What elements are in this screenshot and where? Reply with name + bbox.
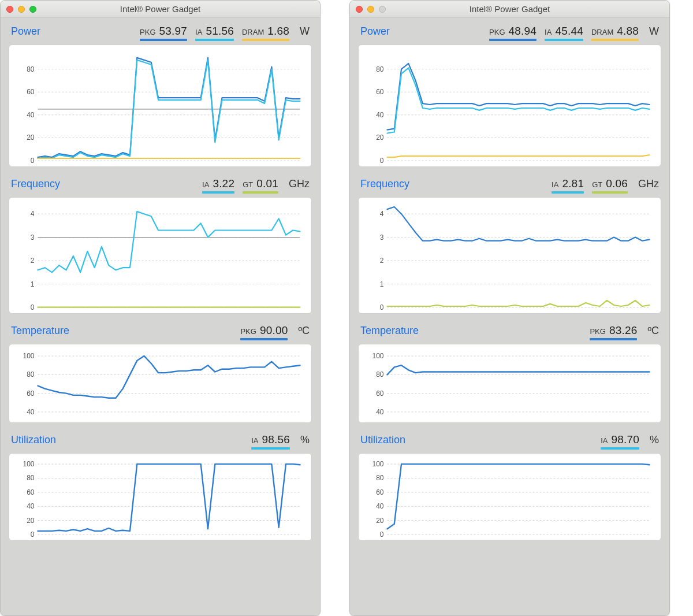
svg-text:0: 0	[380, 530, 384, 538]
titlebar[interactable]: Intel® Power Gadget	[350, 1, 669, 18]
chart-power: 020406080	[9, 44, 312, 167]
panel-temperature: Temperature PKG83.26 ºC 406080100	[358, 324, 661, 423]
svg-text:0: 0	[31, 157, 35, 164]
svg-text:2: 2	[31, 257, 35, 265]
svg-text:60: 60	[27, 488, 35, 496]
readout-util-ia: IA98.56	[251, 433, 290, 450]
panel-temperature: Temperature PKG90.00 ºC 406080100	[9, 324, 312, 423]
svg-text:20: 20	[27, 133, 35, 142]
svg-text:0: 0	[380, 303, 384, 311]
svg-text:20: 20	[376, 133, 384, 142]
zoom-icon[interactable]	[29, 6, 36, 13]
titlebar[interactable]: Intel® Power Gadget	[1, 1, 320, 18]
traffic-lights	[6, 6, 36, 13]
svg-text:100: 100	[23, 352, 34, 360]
svg-text:3: 3	[380, 233, 384, 242]
svg-text:40: 40	[376, 502, 384, 510]
panel-frequency: Frequency IA2.81 GT0.06 GHz 01234	[358, 177, 661, 314]
svg-text:0: 0	[380, 157, 384, 164]
svg-text:1: 1	[380, 280, 384, 288]
chart-frequency: 01234	[9, 197, 312, 314]
svg-text:60: 60	[376, 389, 384, 398]
power-readouts: PKG53.97 IA51.56 DRAM1.68 W	[140, 25, 310, 41]
svg-text:60: 60	[376, 88, 384, 96]
svg-text:1: 1	[31, 280, 35, 288]
svg-text:80: 80	[376, 370, 384, 378]
close-icon[interactable]	[356, 6, 363, 13]
panel-power: Power PKG48.94 IA45.44 DRAM4.88 W 020406…	[358, 25, 661, 167]
svg-text:20: 20	[376, 517, 384, 525]
minimize-icon[interactable]	[18, 6, 25, 13]
legend-bar-ia	[195, 39, 234, 41]
panel-utilization: Utilization IA98.56 % 020406080100	[9, 433, 312, 541]
svg-text:80: 80	[27, 370, 35, 378]
svg-text:40: 40	[27, 408, 35, 416]
svg-text:3: 3	[31, 233, 35, 242]
minimize-icon[interactable]	[367, 6, 374, 13]
readout-pkg: PKG53.97	[140, 25, 187, 41]
panel-title-power: Power	[11, 25, 40, 38]
svg-text:80: 80	[27, 65, 35, 73]
svg-text:80: 80	[27, 474, 35, 482]
svg-text:4: 4	[31, 210, 35, 218]
svg-text:100: 100	[23, 460, 34, 468]
readout-dram: DRAM1.68	[242, 25, 289, 41]
panel-frequency: Frequency IA3.22 GT0.01 GHz 01234	[9, 177, 312, 314]
window-title: Intel® Power Gadget	[350, 4, 669, 14]
zoom-icon[interactable]	[379, 6, 386, 13]
svg-text:40: 40	[376, 111, 384, 119]
traffic-lights	[356, 6, 386, 13]
close-icon[interactable]	[6, 6, 13, 13]
readout-freq-gt: GT0.01	[243, 177, 278, 194]
readout-temp-pkg: PKG90.00	[240, 324, 288, 340]
panel-power: Power PKG53.97 IA51.56 DRAM1.68 W	[9, 25, 312, 167]
chart-temperature: 406080100	[9, 344, 312, 423]
svg-text:100: 100	[372, 460, 383, 468]
chart-utilization: 020406080100	[9, 453, 312, 541]
panel-utilization: Utilization IA98.70 % 020406080100	[358, 433, 661, 541]
readout-freq-ia: IA3.22	[202, 177, 234, 194]
window-right[interactable]: Intel® Power Gadget Power PKG48.94 IA45.…	[349, 0, 670, 616]
readout-ia: IA51.56	[195, 25, 234, 41]
window-body: Power PKG48.94 IA45.44 DRAM4.88 W 020406…	[350, 18, 669, 615]
svg-text:2: 2	[380, 257, 384, 265]
window-left[interactable]: Intel® Power Gadget Power PKG53.97 IA51.…	[0, 0, 321, 616]
svg-text:40: 40	[376, 408, 384, 416]
svg-text:40: 40	[27, 111, 35, 119]
window-body: Power PKG53.97 IA51.56 DRAM1.68 W	[1, 18, 320, 615]
svg-text:0: 0	[31, 303, 35, 311]
svg-text:60: 60	[27, 389, 35, 398]
svg-text:40: 40	[27, 502, 35, 510]
legend-bar-dram	[242, 39, 289, 41]
svg-text:4: 4	[380, 210, 384, 218]
svg-text:0: 0	[31, 530, 35, 538]
svg-text:60: 60	[376, 488, 384, 496]
legend-bar-pkg	[140, 39, 187, 41]
svg-text:80: 80	[376, 65, 384, 73]
svg-text:60: 60	[27, 88, 35, 96]
svg-text:20: 20	[27, 517, 35, 525]
window-title: Intel® Power Gadget	[1, 4, 320, 14]
svg-text:100: 100	[372, 352, 383, 360]
panel-title-frequency: Frequency	[11, 178, 60, 190]
unit-power: W	[300, 25, 310, 38]
svg-text:80: 80	[376, 474, 384, 482]
